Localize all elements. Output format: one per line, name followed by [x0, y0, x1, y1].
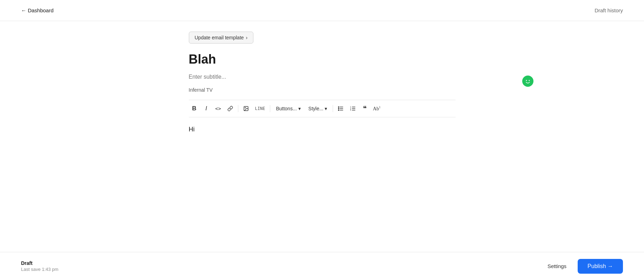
- svg-point-1: [245, 108, 245, 108]
- italic-button[interactable]: I: [201, 103, 212, 114]
- top-nav: ← Dashboard Draft history: [0, 0, 644, 21]
- svg-text:3: 3: [350, 109, 351, 111]
- editor-main: Update email template › Infernal TV B I …: [182, 21, 463, 273]
- bullet-list-button[interactable]: [335, 103, 346, 114]
- last-save-time: Last save 1:43 pm: [21, 267, 58, 272]
- publish-button[interactable]: Publish →: [578, 259, 623, 274]
- update-email-template-button[interactable]: Update email template ›: [189, 32, 254, 44]
- back-label: ← Dashboard: [21, 7, 54, 13]
- toolbar-separator-1: [238, 105, 238, 112]
- svg-point-14: [523, 76, 533, 86]
- link-button[interactable]: [225, 103, 236, 114]
- toolbar-separator-3: [333, 105, 333, 112]
- settings-button[interactable]: Settings: [543, 260, 571, 272]
- draft-info: Draft Last save 1:43 pm: [21, 260, 58, 272]
- content-text: Hi: [189, 126, 195, 133]
- post-title-input[interactable]: [189, 52, 456, 67]
- style-label: Style...: [308, 106, 324, 111]
- status-icon: [522, 76, 533, 87]
- style-arrow-icon: ▾: [325, 106, 327, 111]
- toolbar-separator-2: [270, 105, 270, 112]
- superscript-label: Ab1: [373, 105, 381, 112]
- update-email-label: Update email template: [195, 35, 244, 40]
- svg-point-5: [338, 106, 339, 107]
- draft-label: Draft: [21, 260, 58, 266]
- buttons-label: Buttons...: [276, 106, 297, 111]
- link-icon: [227, 106, 233, 111]
- code-button[interactable]: <>: [213, 103, 224, 114]
- numbered-list-button[interactable]: 1 2 3: [347, 103, 358, 114]
- buttons-arrow-icon: ▾: [298, 106, 301, 111]
- superscript-button[interactable]: Ab1: [371, 103, 382, 114]
- draft-history-link[interactable]: Draft history: [595, 7, 623, 13]
- buttons-dropdown[interactable]: Buttons... ▾: [272, 103, 304, 114]
- footer-actions: Settings Publish →: [543, 259, 623, 274]
- divider-label: LINE: [255, 106, 265, 111]
- bullet-list-icon: [338, 105, 344, 112]
- image-button[interactable]: [240, 103, 252, 114]
- svg-point-6: [338, 108, 339, 109]
- svg-point-15: [526, 80, 527, 81]
- publication-name: Infernal TV: [189, 87, 456, 93]
- back-to-dashboard-link[interactable]: ← Dashboard: [21, 7, 54, 13]
- quote-icon: ❝: [363, 105, 367, 112]
- image-icon: [243, 106, 249, 111]
- post-content-area[interactable]: Hi: [189, 126, 456, 231]
- smiley-face-icon: [523, 76, 533, 86]
- bold-button[interactable]: B: [189, 103, 200, 114]
- divider-button[interactable]: LINE: [252, 103, 268, 114]
- numbered-list-icon: 1 2 3: [350, 105, 356, 112]
- chevron-right-icon: ›: [246, 35, 248, 40]
- editor-footer: Draft Last save 1:43 pm Settings Publish…: [0, 252, 644, 280]
- svg-point-7: [338, 110, 339, 110]
- post-subtitle-input[interactable]: [189, 74, 456, 80]
- svg-point-16: [529, 80, 530, 81]
- editor-toolbar: B I <> LINE Buttons... ▾ Style... ▾: [189, 100, 456, 117]
- quote-button[interactable]: ❝: [359, 103, 370, 114]
- style-dropdown[interactable]: Style... ▾: [305, 103, 331, 114]
